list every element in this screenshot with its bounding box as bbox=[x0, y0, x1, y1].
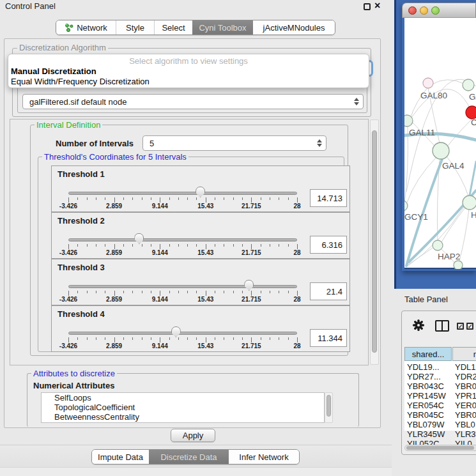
attributes-scrollbar[interactable] bbox=[325, 392, 333, 423]
stepper-icon bbox=[317, 139, 322, 147]
table-panel-toolbar bbox=[402, 311, 476, 343]
tab-discretize-data[interactable]: Discretize Data bbox=[149, 450, 229, 464]
threshold-slider-track[interactable] bbox=[68, 332, 297, 335]
numerical-attributes-heading: Numerical Attributes bbox=[33, 381, 114, 390]
threshold-slider-thumb[interactable] bbox=[171, 326, 181, 337]
number-of-intervals-label: Number of Intervals bbox=[56, 139, 134, 148]
apply-button[interactable]: Apply bbox=[171, 429, 215, 442]
table-cell[interactable]: YDR2 bbox=[455, 372, 476, 381]
threshold-slider-thumb[interactable] bbox=[244, 280, 254, 291]
table-cell[interactable]: YBR0 bbox=[455, 381, 476, 391]
south-toolbar-lower bbox=[0, 467, 392, 476]
table-column-header[interactable]: shared... bbox=[404, 347, 452, 361]
algorithm-option-equal-width[interactable]: Equal Width/Frequency Discretization bbox=[11, 77, 367, 86]
interval-definition-label: Interval Definition bbox=[35, 120, 102, 130]
thresholds-group-label: Threshold's Coordinates for 5 Intervals bbox=[42, 152, 188, 162]
slider-tick-labels: -3.4262.8599.14415.4321.71528 bbox=[68, 203, 297, 210]
attribute-list-item[interactable]: TopologicalCoefficient bbox=[42, 403, 324, 412]
table-cell[interactable]: YBR0 bbox=[455, 410, 476, 420]
scrollbar-thumb[interactable] bbox=[326, 395, 331, 417]
threshold-slider-thumb[interactable] bbox=[134, 233, 144, 244]
control-panel: Control Panel × NetworkStyleSelectCyni T… bbox=[0, 0, 392, 476]
table-cell[interactable]: YPR145W bbox=[407, 391, 454, 401]
tab-label: jActiveMNodules bbox=[263, 23, 325, 33]
threshold-value-field[interactable]: 21.4 bbox=[310, 282, 347, 300]
tab-style[interactable]: Style bbox=[116, 20, 154, 35]
tab-label: Discretize Data bbox=[160, 452, 217, 462]
threshold-slider-thumb[interactable] bbox=[196, 187, 205, 197]
network-node[interactable] bbox=[433, 240, 443, 250]
tab-label: Network bbox=[77, 23, 107, 33]
tab-select[interactable]: Select bbox=[154, 20, 192, 35]
network-node-label: GAL11 bbox=[409, 128, 435, 137]
network-graph: GAL80GACGAL11GAL4GCY1HHAP2 bbox=[404, 18, 476, 269]
table-cell[interactable]: YBL079W bbox=[407, 420, 454, 429]
table-data-combo[interactable]: galFiltered.sif default node bbox=[22, 94, 364, 109]
float-panel-icon[interactable] bbox=[364, 3, 371, 10]
network-canvas[interactable]: GAL80GACGAL11GAL4GCY1HHAP2 bbox=[404, 18, 476, 269]
tab-cyni-toolbox[interactable]: Cyni Toolbox bbox=[192, 20, 253, 35]
algorithm-option-manual[interactable]: Manual Discretization bbox=[11, 66, 367, 76]
table-cell[interactable]: YBR043C bbox=[407, 381, 454, 391]
attribute-list-item[interactable]: SelfLoops bbox=[42, 393, 324, 403]
threshold-slider-track[interactable] bbox=[68, 285, 297, 288]
threshold-slider-track[interactable] bbox=[68, 238, 297, 242]
window-minimize-icon[interactable] bbox=[420, 6, 428, 15]
threshold-label: Threshold 1 bbox=[58, 169, 105, 179]
gear-icon[interactable] bbox=[412, 319, 425, 332]
table-cell[interactable]: YBL0 bbox=[455, 420, 476, 429]
network-node[interactable] bbox=[423, 78, 433, 88]
discretization-algorithm-label: Discretization Algorithm bbox=[17, 43, 108, 52]
tab-network[interactable]: Network bbox=[56, 20, 116, 35]
checkbox-icon[interactable] bbox=[457, 323, 464, 330]
threshold-value-field[interactable]: 6.316 bbox=[310, 236, 347, 254]
table-cell[interactable]: YER054C bbox=[407, 401, 454, 410]
tab-label: Cyni Toolbox bbox=[199, 23, 246, 33]
network-window-titlebar[interactable] bbox=[402, 3, 476, 18]
threshold-value-field[interactable]: 14.713 bbox=[310, 189, 347, 207]
table-cell[interactable]: YLR3 bbox=[455, 429, 476, 439]
tab-infer-network[interactable]: Infer Network bbox=[229, 450, 299, 464]
tab-label: Style bbox=[126, 23, 144, 33]
tab-jactivemnodules[interactable]: jActiveMNodules bbox=[253, 20, 335, 35]
table-cell[interactable]: YLR345W bbox=[407, 429, 454, 439]
network-node-label: GA bbox=[469, 92, 476, 102]
table-cell[interactable]: YDR27... bbox=[407, 372, 454, 381]
scrollbar-thumb[interactable] bbox=[406, 446, 474, 450]
window-close-icon[interactable] bbox=[408, 6, 417, 15]
interval-scroll-pane: Interval Definition Number of Intervals … bbox=[10, 119, 369, 365]
close-panel-icon[interactable]: × bbox=[374, 0, 380, 12]
network-node-label: H bbox=[471, 210, 476, 220]
threshold-value-field[interactable]: 11.344 bbox=[310, 329, 347, 347]
table-cell[interactable]: YDL1 bbox=[455, 362, 476, 372]
table-cell[interactable]: YPR1 bbox=[455, 391, 476, 401]
table-cell[interactable]: YER0 bbox=[455, 401, 476, 410]
threshold-label: Threshold 4 bbox=[58, 309, 105, 319]
window-zoom-icon[interactable] bbox=[431, 6, 440, 15]
network-node-label: HAP2 bbox=[438, 252, 460, 261]
network-node[interactable] bbox=[404, 115, 413, 127]
table-column-header[interactable]: na bbox=[452, 347, 476, 361]
number-of-intervals-combo[interactable]: 5 bbox=[142, 135, 326, 151]
table-cell[interactable]: YDL19... bbox=[407, 362, 454, 372]
algorithm-prompt: Select algorithm to view settings bbox=[8, 56, 369, 66]
split-columns-icon[interactable] bbox=[435, 320, 449, 332]
attribute-list-item[interactable]: BetweennessCentrality bbox=[42, 412, 324, 422]
cyni-mode-tabs: Impute DataDiscretize DataInfer Network bbox=[91, 449, 300, 464]
threshold-slider-track[interactable] bbox=[68, 192, 297, 195]
tab-impute-data[interactable]: Impute Data bbox=[92, 450, 149, 464]
checkbox-icon[interactable] bbox=[466, 323, 473, 330]
table-horizontal-scrollbar[interactable] bbox=[404, 445, 476, 451]
scrollbar-thumb[interactable] bbox=[372, 130, 377, 353]
slider-tick-labels: -3.4262.8599.14415.4321.71528 bbox=[68, 249, 297, 257]
number-of-intervals-value: 5 bbox=[150, 139, 154, 148]
network-node[interactable] bbox=[463, 196, 476, 210]
network-node[interactable] bbox=[463, 79, 474, 91]
network-node[interactable] bbox=[433, 142, 449, 159]
network-node[interactable] bbox=[466, 106, 476, 119]
control-panel-title: Control Panel bbox=[5, 1, 56, 11]
network-node-label: C bbox=[471, 118, 476, 127]
network-node[interactable] bbox=[454, 261, 463, 269]
main-vertical-scrollbar[interactable] bbox=[370, 119, 379, 365]
table-cell[interactable]: YBR045C bbox=[407, 410, 454, 420]
